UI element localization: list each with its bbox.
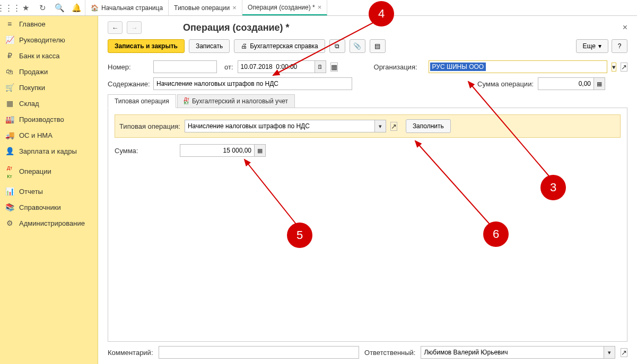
tab-typical[interactable]: Типовая операция — [108, 94, 176, 108]
callout-4: 4 — [369, 1, 394, 26]
tab-0[interactable]: 🏠Начальная страница — [85, 0, 169, 15]
number-label: Номер: — [108, 63, 149, 71]
sidebar-icon: 🏭 — [5, 115, 14, 123]
tab-1[interactable]: Типовые операции× — [169, 0, 242, 15]
sidebar-item-5[interactable]: ▦Склад — [0, 95, 98, 111]
amount-group: ▦ — [180, 144, 266, 157]
calc-icon[interactable]: ▦ — [594, 77, 605, 90]
date-input[interactable] — [238, 60, 315, 73]
close-icon[interactable]: × — [623, 23, 627, 32]
sidebar-icon: ⚙ — [5, 219, 14, 227]
tab-label: Начальная страница — [101, 4, 163, 12]
sidebar-label: Отчеты — [19, 188, 43, 196]
number-input[interactable] — [153, 60, 217, 73]
sidebar-label: Операции — [19, 167, 51, 175]
apps-icon[interactable]: ⋮⋮⋮ — [0, 0, 17, 16]
help-button[interactable]: ? — [612, 39, 627, 53]
search-icon[interactable]: 🔍 — [51, 0, 68, 16]
comment-label: Комментарий: — [108, 349, 153, 357]
sidebar-item-6[interactable]: 🏭Производство — [0, 111, 98, 127]
sidebar-label: Главное — [19, 20, 46, 28]
list-icon[interactable]: ▤ — [370, 39, 386, 53]
save-button[interactable]: Записать — [189, 39, 230, 53]
calendar-icon[interactable]: 🗓 — [315, 60, 326, 73]
org-open-icon[interactable]: ↗ — [621, 63, 627, 72]
star-icon[interactable]: ★ — [17, 0, 34, 16]
org-dropdown-icon[interactable]: ▾ — [612, 63, 616, 72]
sidebar-item-11[interactable]: 📚Справочники — [0, 199, 98, 215]
resp-open-icon[interactable]: ↗ — [621, 348, 627, 357]
sidebar-item-1[interactable]: 📈Руководителю — [0, 32, 98, 48]
structure-icon[interactable]: ⧉ — [329, 39, 345, 53]
org-value: РУС ШИНЫ ООО — [430, 63, 486, 71]
tab-close-icon[interactable]: × — [318, 3, 322, 11]
sidebar-item-10[interactable]: 📊Отчеты — [0, 183, 98, 199]
amount-input[interactable] — [180, 144, 254, 157]
content-input[interactable] — [153, 77, 352, 90]
sidebar-item-0[interactable]: ≡Главное — [0, 16, 98, 32]
save-close-button[interactable]: Записать и закрыть — [108, 39, 185, 53]
attach-icon[interactable]: 📎 — [350, 39, 365, 53]
page-title: Операция (создание) * — [183, 22, 290, 33]
sidebar-icon: 🛒 — [5, 83, 14, 92]
typ-dropdown-icon[interactable]: ▾ — [374, 120, 386, 132]
tab-close-icon[interactable]: × — [232, 4, 237, 12]
sidebar-item-3[interactable]: 🛍Продажи — [0, 64, 98, 79]
content-label: Содержание: — [108, 80, 149, 88]
sidebar-icon: 📈 — [5, 35, 14, 44]
printer-icon: 🖨 — [241, 42, 247, 50]
sidebar-item-9[interactable]: ДтКтОперации — [0, 159, 98, 183]
footer: Комментарий: Ответственный: ▾ ↗ — [108, 346, 627, 359]
sidebar-item-7[interactable]: 🚚ОС и НМА — [0, 127, 98, 143]
toolbar: Записать и закрыть Записать 🖨Бухгалтерск… — [108, 39, 627, 53]
bell-icon[interactable]: 🔔 — [68, 0, 85, 16]
home-icon: 🏠 — [91, 4, 99, 12]
forward-button[interactable]: → — [127, 21, 142, 34]
sidebar-item-12[interactable]: ⚙Администрирование — [0, 215, 98, 231]
print-button[interactable]: 🖨Бухгалтерская справка — [234, 39, 325, 53]
typ-open-icon[interactable]: ↗ — [390, 122, 397, 131]
tab-content: Типовая операция: ▾ ↗ Заполнить Сумма: ▦ — [108, 108, 627, 342]
sum-input[interactable] — [538, 77, 594, 90]
amount-calc-icon[interactable]: ▦ — [254, 144, 266, 157]
comment-input[interactable] — [159, 346, 360, 359]
back-button[interactable]: ← — [108, 21, 123, 34]
row-amount: Сумма: ▦ — [115, 144, 621, 157]
callout-6: 6 — [483, 221, 509, 247]
tab-label: Типовые операции — [174, 4, 230, 12]
tab-2[interactable]: Операция (создание) *× — [242, 0, 327, 15]
resp-group: ▾ — [421, 346, 615, 359]
sidebar-icon: 🛍 — [5, 67, 14, 76]
sidebar-icon: 📊 — [5, 187, 14, 196]
fill-button[interactable]: Заполнить — [406, 119, 451, 133]
sidebar-item-2[interactable]: ₽Банк и касса — [0, 48, 98, 64]
header-row: ← → Операция (создание) * × — [108, 21, 627, 34]
more-button[interactable]: Еще ▾ — [576, 39, 608, 53]
typ-input[interactable] — [185, 120, 374, 132]
resp-input[interactable] — [421, 346, 604, 359]
history-icon[interactable]: ↻ — [34, 0, 51, 16]
date-label: от: — [224, 63, 233, 71]
sidebar-label: Банк и касса — [19, 52, 60, 60]
sidebar-label: Зарплата и кадры — [19, 147, 77, 155]
sidebar-label: Производство — [19, 116, 64, 123]
tabstrip: Типовая операция ДтКт Бухгалтерский и на… — [108, 94, 627, 108]
sidebar-icon: ▦ — [5, 99, 14, 108]
typ-label: Типовая операция: — [119, 122, 180, 130]
date-extra-icon[interactable]: ▦ — [330, 63, 338, 72]
date-input-group: 🗓 — [238, 60, 326, 73]
content-area: ← → Операция (создание) * × Записать и з… — [98, 16, 637, 364]
sidebar-item-8[interactable]: 👤Зарплата и кадры — [0, 143, 98, 159]
tab-accounting[interactable]: ДтКт Бухгалтерский и налоговый учет — [177, 94, 295, 108]
sidebar-icon: 👤 — [5, 147, 14, 155]
sidebar-icon: 📚 — [5, 203, 14, 211]
callout-5: 5 — [287, 223, 312, 248]
resp-dropdown-icon[interactable]: ▾ — [604, 346, 615, 359]
sidebar-label: ОС и НМА — [19, 131, 53, 139]
top-bar: ⋮⋮⋮ ★ ↻ 🔍 🔔 🏠Начальная страницаТиповые о… — [0, 0, 637, 16]
sidebar-label: Справочники — [19, 203, 61, 211]
dtkt-icon: ДтКт — [184, 97, 189, 105]
org-input[interactable]: РУС ШИНЫ ООО — [429, 60, 607, 73]
sidebar-item-4[interactable]: 🛒Покупки — [0, 79, 98, 95]
amount-label: Сумма: — [115, 147, 176, 155]
